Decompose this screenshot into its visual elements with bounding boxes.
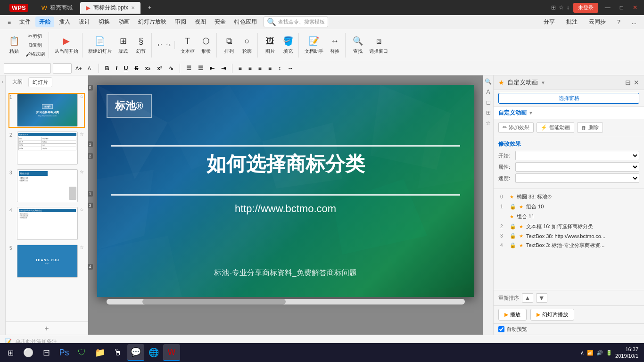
section-btn[interactable]: § 幻节 — [132, 33, 149, 58]
taskbar-volume-icon[interactable]: 🔊 — [596, 350, 603, 356]
find-btn[interactable]: 🔍 查找 — [349, 33, 366, 58]
font-size-decrease[interactable]: A- — [86, 65, 95, 72]
menu-review[interactable]: 审阅 — [171, 16, 190, 27]
slide-thumb-5[interactable]: 5 THANK YOU 标池® ☆ — [8, 244, 85, 279]
shape-btn[interactable]: ⬡ 形状 — [198, 33, 215, 58]
close-btn[interactable]: ✕ — [630, 4, 640, 11]
anim-item-1[interactable]: 1 🔒 ★ 组合 10 — [498, 202, 639, 212]
right-icon-1[interactable]: 🔍 — [485, 78, 492, 85]
paste-btn[interactable]: 📋 粘贴 — [6, 33, 23, 58]
taskbar-files-btn[interactable]: 📁 — [91, 344, 108, 361]
line-spacing-btn[interactable]: ↕ — [276, 65, 283, 72]
delete-effect-btn[interactable]: 🗑 删除 — [577, 122, 603, 133]
menu-design[interactable]: 设计 — [75, 16, 94, 27]
add-effect-btn[interactable]: ✏ 添加效果 — [498, 122, 534, 133]
new-slide-btn[interactable]: 📄 新建幻灯片 — [86, 33, 114, 58]
right-icon-2[interactable]: A — [486, 89, 490, 95]
menu-hamburger[interactable]: ≡ — [4, 17, 15, 27]
slide-thumb-1[interactable]: 1 标池® 如何选择商标分类 http://www.bctmo.com ☆ — [8, 93, 85, 128]
taskbar-multitask-btn[interactable]: ⊟ — [38, 344, 55, 361]
panel-close-icon[interactable]: ✕ — [634, 79, 639, 86]
right-icon-4[interactable]: ⊞ — [486, 109, 491, 116]
play-btn[interactable]: ▶ 播放 — [498, 309, 527, 321]
reorder-up-btn[interactable]: ▲ — [522, 293, 533, 303]
justify-btn[interactable]: ≡ — [266, 65, 274, 72]
start-select[interactable] — [515, 151, 639, 160]
minimize-btn[interactable]: — — [602, 4, 613, 11]
taskbar-battery-icon[interactable]: 🔋 — [606, 350, 612, 356]
expand-arrow[interactable]: ‹ — [2, 79, 3, 84]
taskbar-browser-btn[interactable]: 🌐 — [145, 344, 162, 361]
anim-item-0[interactable]: 0 ★ 椭圆 33: 标池® — [498, 192, 639, 202]
redo-btn[interactable]: ↪ — [165, 41, 173, 49]
menu-switch[interactable]: 切换 — [95, 16, 114, 27]
anim-item-3[interactable]: 3 🔒 ★ TextBox 38: http://www.bctmo.co... — [498, 231, 639, 240]
menu-start[interactable]: 开始 — [35, 16, 54, 27]
align-btn[interactable]: ⧉ 排列 — [221, 33, 238, 58]
anim-item-4[interactable]: 4 🔒 ★ TextBox 3: 标池-专业分享商标资... — [498, 240, 639, 250]
anim-item-1b[interactable]: ★ 组合 11 — [498, 212, 639, 222]
taskbar-cursor-btn[interactable]: 🖱 — [109, 344, 126, 361]
taskbar-photoshop-btn[interactable]: Ps — [56, 344, 73, 361]
undo-btn[interactable]: ↩ — [156, 41, 164, 49]
smart-anim-btn[interactable]: ⚡ 智能动画 — [537, 122, 574, 133]
menu-more[interactable]: ... — [628, 17, 640, 27]
menu-insert[interactable]: 插入 — [55, 16, 74, 27]
select-window-btn[interactable]: 选择窗格 — [498, 93, 639, 104]
menu-special[interactable]: 特色应用 — [231, 16, 261, 27]
font-size-increase[interactable]: A+ — [74, 65, 84, 72]
slide-thumb-3[interactable]: 3 商标分类 • 类别介绍• 选择方法 ☆ — [8, 168, 85, 203]
doc-close-btn[interactable]: ✕ — [131, 5, 135, 10]
taskbar-start-btn[interactable]: ⊞ — [2, 344, 19, 361]
bullet-list-btn[interactable]: ☰ — [184, 65, 194, 72]
taskbar-wps-btn[interactable]: W — [163, 344, 180, 361]
font-size-input[interactable] — [53, 63, 72, 74]
tool-icon-1[interactable]: ⊞ — [551, 4, 556, 11]
anim-item-2[interactable]: 2 🔒 ★ 文本框 16: 如何选择商标分类 — [498, 222, 639, 231]
auto-preview-checkbox[interactable] — [498, 326, 504, 332]
align-center-btn[interactable]: ≡ — [246, 65, 254, 72]
right-icon-5[interactable]: ☆ — [486, 120, 491, 126]
menu-animation[interactable]: 动画 — [115, 16, 133, 27]
menu-share[interactable]: 分享 — [540, 16, 559, 27]
format-brush-btn[interactable]: 🖌 格式刷 — [24, 50, 47, 58]
search-bar[interactable]: 🔍 查找命令、搜索模板 — [264, 16, 328, 27]
menu-help[interactable]: ? — [613, 17, 624, 27]
char-spacing-btn[interactable]: ↔ — [285, 65, 296, 72]
slides-tab[interactable]: 幻灯片 — [28, 77, 52, 87]
taskbar-360-btn[interactable]: 🛡 — [74, 344, 91, 361]
taskbar-clock[interactable]: 16:37 2019/10/1 — [615, 346, 638, 360]
reorder-down-btn[interactable]: ▼ — [536, 293, 547, 303]
underline-btn[interactable]: U — [122, 65, 131, 72]
h-scrollbar-thumb[interactable] — [142, 299, 286, 304]
h-scrollbar[interactable] — [107, 299, 465, 304]
indent-more-btn[interactable]: ⇥ — [219, 65, 228, 72]
indent-less-btn[interactable]: ⇤ — [207, 65, 217, 72]
outline-tab[interactable]: 大纲 — [8, 77, 26, 87]
taskbar-network-icon[interactable]: 📶 — [587, 350, 594, 356]
login-button[interactable]: 未登录 — [573, 3, 598, 13]
add-slide-btn[interactable]: + — [6, 321, 88, 335]
maximize-btn[interactable]: □ — [617, 4, 626, 11]
play-from-start-btn[interactable]: ▶ 从当前开始 — [53, 33, 80, 58]
number-list-btn[interactable]: ☰ — [196, 65, 206, 72]
cut-btn[interactable]: ✂ 剪切 — [24, 32, 47, 41]
wps-tab[interactable]: WPS — [4, 2, 34, 14]
slideshow-anim-btn[interactable]: ▶ 幻灯片播放 — [530, 309, 574, 321]
doc-assist-btn[interactable]: 📝 文档助手 — [303, 33, 325, 58]
strikethrough-btn[interactable]: S — [132, 65, 140, 72]
speed-select[interactable] — [515, 173, 639, 183]
freehand-btn[interactable]: ∿ — [166, 65, 176, 72]
menu-comment[interactable]: 批注 — [562, 16, 581, 27]
select-window-btn[interactable]: ⧈ 选择窗口 — [367, 33, 390, 58]
fill-btn[interactable]: 🪣 填充 — [280, 33, 297, 58]
shop-tab[interactable]: W 稻壳商城 — [36, 2, 78, 14]
italic-btn[interactable]: I — [113, 65, 119, 72]
menu-slideshow[interactable]: 幻灯片放映 — [134, 16, 170, 27]
subscript-btn[interactable]: x₂ — [142, 65, 153, 72]
right-icon-3[interactable]: ◻ — [486, 99, 491, 106]
replace-btn[interactable]: ↔ 替换 — [326, 33, 343, 58]
outline-btn[interactable]: ○ 轮廓 — [239, 33, 256, 58]
menu-sync[interactable]: 云同步 — [585, 16, 610, 27]
taskbar-search-btn[interactable]: ⚪ — [20, 344, 37, 361]
